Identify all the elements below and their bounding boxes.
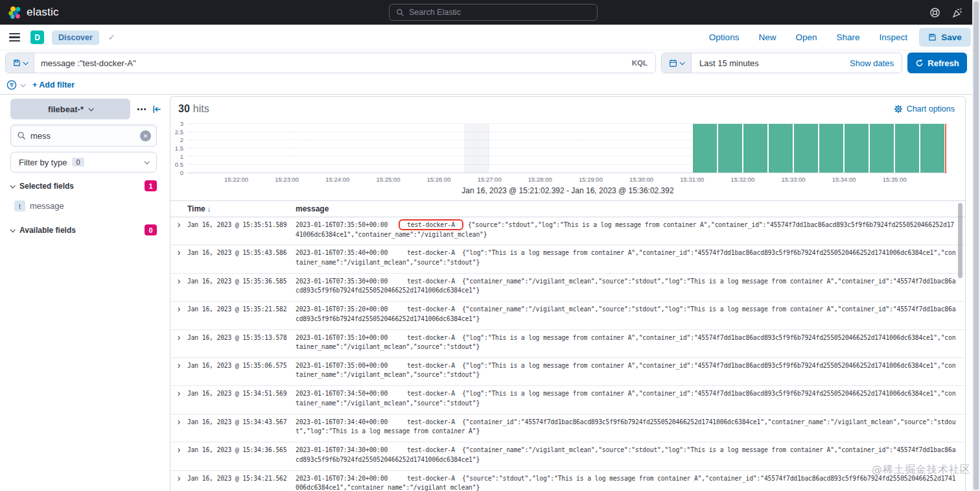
- elastic-brand[interactable]: elastic: [0, 6, 59, 19]
- help-icon[interactable]: [929, 7, 940, 18]
- chevron-down-icon: [144, 159, 149, 164]
- filter-by-type-count: 0: [72, 158, 84, 167]
- filter-by-type-label: Filter by type: [19, 158, 67, 167]
- table-row: › Jan 16, 2023 @ 15:35:21.582 2023-01-16…: [170, 302, 965, 329]
- saved-query-menu-button[interactable]: [6, 53, 34, 73]
- breadcrumb-discover[interactable]: Discover: [52, 30, 99, 45]
- x-axis-tick-label: 15:24:00: [325, 176, 349, 183]
- message-container-name: test-docker-A: [407, 390, 455, 397]
- table-row: › Jan 16, 2023 @ 15:35:43.586 2023-01-16…: [170, 245, 965, 273]
- refresh-button[interactable]: Refresh: [907, 53, 967, 73]
- table-row: › Jan 16, 2023 @ 15:35:36.585 2023-01-16…: [170, 274, 965, 302]
- row-message: 2023-01-16T07:34:50+00:00test-docker-A{"…: [296, 389, 965, 413]
- histogram-bar[interactable]: [743, 124, 768, 173]
- message-timestamp: 2023-01-16T07:35:30+00:00: [296, 278, 388, 285]
- current-time-marker: [945, 124, 946, 173]
- y-axis-tick-label: 1.5: [175, 145, 183, 152]
- save-button[interactable]: Save: [919, 28, 971, 47]
- filter-circle-icon[interactable]: [6, 80, 17, 90]
- histogram-bar[interactable]: [869, 124, 894, 173]
- message-timestamp: 2023-01-16T07:34:20+00:00: [296, 475, 388, 482]
- app-badge[interactable]: D: [30, 30, 44, 44]
- x-axis-tick-label: 15:35:00: [883, 176, 907, 183]
- row-time: Jan 16, 2023 @ 15:35:13.578: [187, 333, 296, 357]
- expand-row-chevron-icon[interactable]: ›: [170, 418, 187, 442]
- clear-search-icon[interactable]: ✕: [140, 130, 151, 141]
- toolbar-link-options[interactable]: Options: [709, 32, 740, 42]
- message-json: {"source":"stdout","log":"This is a log …: [296, 475, 955, 491]
- available-fields-header[interactable]: Available fields 0: [10, 224, 157, 235]
- save-button-label: Save: [941, 32, 962, 42]
- date-picker-button[interactable]: [662, 53, 692, 73]
- check-icon: ✓: [108, 32, 115, 42]
- selected-fields-label: Selected fields: [19, 182, 74, 191]
- global-search-input[interactable]: Search Elastic: [389, 4, 598, 21]
- message-container-name: test-docker-A: [407, 278, 455, 285]
- x-axis-tick-label: 15:28:00: [528, 176, 552, 183]
- expand-row-chevron-icon[interactable]: ›: [170, 221, 187, 245]
- histogram-bar[interactable]: [844, 124, 869, 173]
- toolbar-link-new[interactable]: New: [758, 32, 776, 42]
- show-dates-link[interactable]: Show dates: [850, 58, 902, 68]
- available-fields-label: Available fields: [19, 226, 76, 235]
- row-message: 2023-01-16T07:34:30+00:00test-docker-A{"…: [296, 446, 965, 470]
- toolbar-link-open[interactable]: Open: [795, 32, 817, 42]
- field-search-input[interactable]: mess ✕: [10, 125, 157, 147]
- x-axis-tick-label: 15:30:00: [629, 176, 653, 183]
- fields-sidebar: filebeat-* mess ✕ Filter by type 0: [0, 95, 167, 491]
- table-scrollbar-thumb[interactable]: [958, 203, 962, 278]
- expand-row-chevron-icon[interactable]: ›: [170, 474, 187, 491]
- discover-results-panel: 30 hits Chart options 00.511.522.53 15:2…: [170, 96, 966, 491]
- page-scrollbar-thumb[interactable]: [974, 1, 979, 490]
- x-axis-tick-label: 15:29:00: [579, 176, 603, 183]
- global-header: elastic Search Elastic: [0, 0, 980, 25]
- documents-table: Time↓ message › Jan 16, 2023 @ 15:35:51.…: [170, 200, 965, 491]
- row-message: 2023-01-16T07:35:30+00:00test-docker-A{"…: [296, 277, 965, 301]
- expand-row-chevron-icon[interactable]: ›: [170, 333, 187, 357]
- sort-descending-icon: ↓: [207, 205, 211, 213]
- histogram-bar[interactable]: [920, 124, 945, 173]
- query-language-button[interactable]: KQL: [624, 53, 655, 73]
- chart-options-button[interactable]: Chart options: [894, 104, 955, 114]
- menu-hamburger-icon[interactable]: [9, 33, 20, 42]
- histogram-bar[interactable]: [819, 124, 844, 173]
- toolbar-link-inspect[interactable]: Inspect: [879, 32, 907, 42]
- newsfeed-icon[interactable]: [952, 7, 963, 18]
- expand-row-chevron-icon[interactable]: ›: [170, 389, 187, 413]
- filter-by-type-button[interactable]: Filter by type 0: [10, 152, 157, 173]
- expand-row-chevron-icon[interactable]: ›: [170, 277, 187, 301]
- histogram-bar[interactable]: [692, 124, 718, 173]
- brand-text: elastic: [27, 6, 59, 19]
- field-item-message[interactable]: t message: [10, 198, 157, 214]
- histogram-y-axis: 00.511.522.53: [170, 124, 185, 173]
- histogram-plot[interactable]: [187, 124, 947, 173]
- histogram-bar[interactable]: [718, 124, 743, 173]
- boxes-horizontal-icon[interactable]: [137, 104, 146, 114]
- message-json: {"source":"stdout","log":"This is a log …: [296, 221, 954, 238]
- selected-fields-header[interactable]: Selected fields 1: [10, 180, 157, 191]
- histogram-bar[interactable]: [793, 124, 819, 173]
- table-row: › Jan 16, 2023 @ 15:34:36.565 2023-01-16…: [170, 442, 965, 470]
- toolbar-link-share[interactable]: Share: [836, 32, 859, 42]
- expand-row-chevron-icon[interactable]: ›: [170, 446, 187, 470]
- message-timestamp: 2023-01-16T07:35:20+00:00: [296, 305, 388, 313]
- histogram-bar[interactable]: [768, 124, 793, 173]
- add-filter-link[interactable]: + Add filter: [32, 80, 75, 90]
- refresh-button-label: Refresh: [928, 58, 959, 68]
- collapse-sidebar-icon[interactable]: [152, 104, 162, 114]
- expand-row-chevron-icon[interactable]: ›: [170, 248, 187, 272]
- row-message: 2023-01-16T07:35:00+00:00test-docker-A{"…: [296, 361, 965, 385]
- available-fields-count-badge: 0: [145, 224, 157, 235]
- histogram-bar[interactable]: [894, 124, 920, 173]
- expand-row-chevron-icon[interactable]: ›: [170, 361, 187, 385]
- x-axis-tick-label: 15:25:00: [376, 176, 400, 183]
- column-header-time[interactable]: Time↓: [187, 204, 296, 213]
- column-header-message[interactable]: message: [296, 204, 329, 213]
- time-range-value[interactable]: Last 15 minutes: [692, 58, 759, 68]
- query-input[interactable]: message :"test-docker-A": [34, 53, 624, 73]
- expand-row-chevron-icon[interactable]: ›: [170, 305, 187, 329]
- index-pattern-switcher[interactable]: filebeat-*: [10, 99, 130, 119]
- chevron-down-icon[interactable]: [20, 82, 25, 87]
- page-scrollbar[interactable]: [972, 0, 980, 491]
- message-container-name: test-docker-A: [407, 362, 455, 369]
